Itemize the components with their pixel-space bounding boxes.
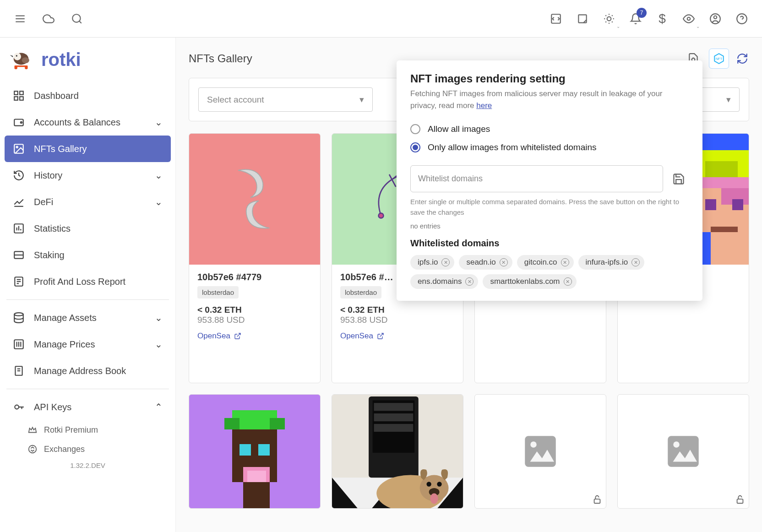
lock-open-icon[interactable]: [735, 494, 745, 505]
svg-rect-28: [14, 91, 18, 95]
help-icon[interactable]: [733, 10, 751, 28]
svg-point-54: [15, 405, 19, 409]
svg-point-35: [16, 147, 18, 148]
svg-point-16: [687, 17, 691, 20]
nft-settings-button[interactable]: NFT: [709, 49, 729, 69]
sidebar-item-manage-prices[interactable]: Manage Prices ⌄: [5, 331, 171, 358]
sidebar-item-staking[interactable]: Staking: [5, 242, 171, 268]
sidebar-item-history[interactable]: History ⌄: [5, 162, 171, 189]
chip-remove-icon[interactable]: ✕: [561, 258, 569, 266]
nft-card[interactable]: 10b57e6 #4779 lobsterdao < 0.32 ETH 953.…: [189, 133, 321, 383]
chevron-down-icon: ⌄: [155, 312, 163, 323]
svg-line-10: [605, 15, 606, 16]
nav-label: NFTs Gallery: [34, 144, 87, 154]
chip-remove-icon[interactable]: ✕: [500, 258, 508, 266]
nav-label: Profit And Loss Report: [34, 277, 125, 287]
svg-rect-99: [594, 499, 600, 503]
search-icon[interactable]: [68, 10, 86, 28]
sidebar-item-address-book[interactable]: Manage Address Book: [5, 358, 171, 384]
nft-card[interactable]: [617, 394, 749, 509]
notifications-icon[interactable]: 7: [626, 10, 645, 28]
chip-remove-icon[interactable]: ✕: [441, 258, 450, 266]
nft-collection-tag: lobsterdao: [197, 286, 239, 299]
radio-icon: [410, 124, 420, 134]
tune-icon: [13, 338, 25, 350]
svg-rect-77: [239, 444, 251, 456]
chevron-down-icon: ⌄: [155, 339, 163, 350]
nav-label: DeFi: [34, 197, 53, 207]
sidebar-sub-exchanges[interactable]: Exchanges: [5, 440, 171, 459]
account-icon[interactable]: [706, 10, 724, 28]
radio-label: Allow all images: [428, 124, 490, 134]
whitelist-domains-input[interactable]: Whitelist domains: [410, 165, 663, 192]
sidebar-item-manage-assets[interactable]: Manage Assets ⌄: [5, 304, 171, 331]
svg-rect-67: [700, 177, 749, 188]
svg-point-92: [426, 482, 431, 486]
bar-chart-icon: [13, 223, 25, 234]
svg-point-27: [25, 66, 28, 70]
external-link-icon: [234, 332, 241, 340]
read-more-link[interactable]: here: [476, 101, 492, 110]
sidebar-item-accounts[interactable]: Accounts & Balances ⌄: [5, 109, 171, 136]
save-button[interactable]: [672, 173, 689, 189]
chip-remove-icon[interactable]: ✕: [465, 277, 474, 286]
svg-point-24: [22, 57, 29, 63]
nft-card[interactable]: [332, 394, 463, 509]
radio-allow-all[interactable]: Allow all images: [410, 124, 689, 134]
nft-image: [189, 134, 320, 265]
chevron-down-icon: ▾: [726, 94, 731, 105]
chip-remove-icon[interactable]: ✕: [631, 258, 640, 266]
radio-icon: [410, 142, 420, 152]
sidebar-sub-premium[interactable]: Rotki Premium: [5, 420, 171, 440]
svg-rect-96: [525, 436, 556, 467]
nft-image: [209, 403, 300, 508]
sidebar-item-api-keys[interactable]: API Keys ⌃: [5, 394, 171, 420]
chip-remove-icon[interactable]: ✕: [564, 277, 572, 286]
exchange-icon: [27, 444, 38, 454]
currency-icon[interactable]: $: [653, 10, 671, 28]
cloud-icon[interactable]: [39, 10, 58, 28]
svg-point-62: [379, 213, 384, 218]
nft-card[interactable]: [474, 394, 606, 509]
svg-rect-69: [705, 199, 716, 210]
nft-card[interactable]: [189, 394, 321, 509]
radio-whitelist-only[interactable]: Only allow images from whitelisted domai…: [410, 142, 689, 152]
note-icon[interactable]: [573, 10, 592, 28]
refresh-button[interactable]: [735, 52, 749, 65]
image-placeholder-icon: [520, 431, 561, 472]
chevron-down-icon: ▾: [359, 94, 364, 105]
sidebar-item-defi[interactable]: DeFi ⌄: [5, 189, 171, 215]
radio-label: Only allow images from whitelisted domai…: [428, 142, 597, 152]
crown-icon: [27, 425, 38, 435]
svg-rect-29: [20, 91, 23, 95]
domain-chip: seadn.io✕: [459, 255, 512, 270]
sidebar-item-pnl[interactable]: Profit And Loss Report: [5, 268, 171, 295]
svg-rect-103: [737, 499, 743, 503]
nft-price: < 0.32 ETH: [340, 305, 455, 315]
theme-icon[interactable]: ⌄: [600, 10, 618, 28]
lock-open-icon[interactable]: [592, 494, 602, 505]
sidebar-item-nfts[interactable]: NFTs Gallery: [5, 136, 171, 162]
svg-point-46: [14, 313, 23, 316]
select-account-field[interactable]: Select account ▾: [198, 87, 373, 112]
svg-point-33: [21, 122, 22, 123]
svg-rect-78: [258, 444, 270, 456]
nft-marketplace-link[interactable]: OpenSea: [197, 331, 312, 341]
visibility-icon[interactable]: ⌄: [680, 10, 698, 28]
chip-label: seadn.io: [466, 258, 495, 267]
nft-image: [332, 395, 463, 508]
nft-price: < 0.32 ETH: [197, 305, 312, 315]
nft-marketplace-link[interactable]: OpenSea: [340, 331, 455, 341]
version-label: 1.32.2.DEV: [5, 459, 171, 472]
menu-icon[interactable]: [11, 10, 29, 28]
sidebar-item-dashboard[interactable]: Dashboard: [5, 82, 171, 109]
nav-label: Exchanges: [44, 445, 85, 454]
dev-icon[interactable]: [547, 10, 565, 28]
no-entries-label: no entries: [410, 222, 689, 230]
svg-text:NFT: NFT: [716, 57, 723, 61]
nft-title: 10b57e6 #4779: [197, 272, 312, 282]
svg-line-63: [380, 333, 383, 337]
chevron-down-icon: ⌄: [155, 170, 163, 181]
sidebar-item-statistics[interactable]: Statistics: [5, 215, 171, 242]
chip-label: gitcoin.co: [524, 258, 557, 267]
